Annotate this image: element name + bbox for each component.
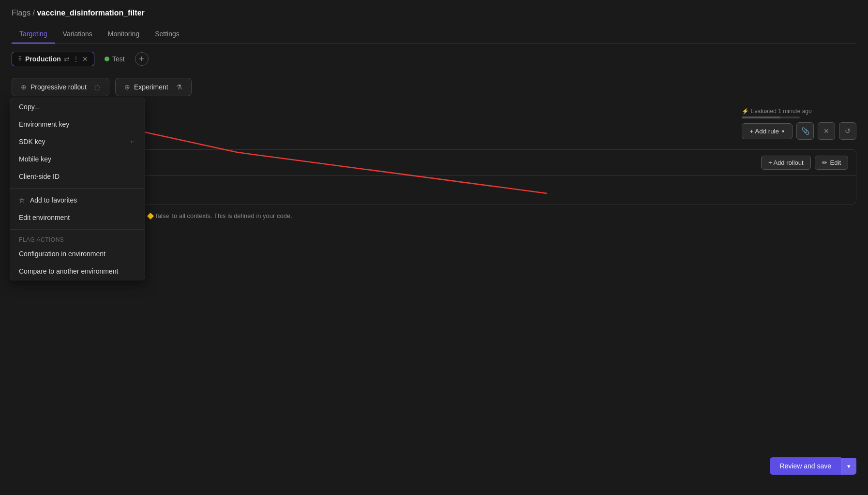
add-rule-label: + Add rule	[750, 128, 779, 135]
dropdown-item-edit-env[interactable]: Edit environment	[10, 209, 145, 226]
experiment-icon: ⊕	[124, 83, 130, 91]
environment-bar: ⠿ Production ⇄ ⋮ ✕ Test +	[0, 44, 868, 74]
dropdown-item-config-env[interactable]: Configuration in environment	[10, 245, 145, 262]
review-save-group: Review and save ▾	[770, 457, 856, 475]
dropdown-item-copy[interactable]: Copy...	[10, 98, 145, 116]
review-save-button[interactable]: Review and save	[770, 457, 841, 475]
x-icon: ✕	[823, 127, 829, 135]
rotate-icon: ⇄	[64, 55, 70, 63]
chevron-down-icon: ▾	[782, 129, 784, 134]
arrow-icon: ←	[129, 138, 136, 146]
rollout-spinner-icon: ◌	[94, 83, 100, 91]
dropdown-menu: Copy... Environment key SDK key ← Mobile…	[10, 98, 145, 280]
pulse-icon: ⚡	[742, 108, 749, 115]
diamond-yellow-icon	[147, 212, 154, 219]
dropdown-item-env-key[interactable]: Environment key	[10, 116, 145, 133]
env-tab-test[interactable]: Test	[98, 52, 131, 66]
add-environment-button[interactable]: +	[135, 52, 149, 66]
dropdown-item-mobile-key[interactable]: Mobile key	[10, 150, 145, 168]
env-close-icon[interactable]: ✕	[82, 55, 88, 63]
evaluated-progress-fill	[742, 116, 780, 118]
footer-actions: Review and save ▾	[770, 451, 856, 480]
experiment-button[interactable]: ⊕ Experiment ⚗	[115, 78, 192, 96]
dropdown-divider-2	[10, 229, 145, 230]
progressive-rollout-label: Progressive rollout	[30, 83, 87, 91]
evaluated-text: ⚡ Evaluated 1 minute ago	[742, 108, 856, 115]
more-icon[interactable]: ⋮	[73, 55, 79, 63]
sdk-key-label: SDK key	[19, 138, 45, 146]
header: Flags / vaccine_disinformation_filter Ta…	[0, 0, 868, 44]
clip-icon: 📎	[801, 127, 809, 135]
dropdown-item-add-favorites[interactable]: ☆ Add to favorites	[10, 191, 145, 209]
edit-icon: ✏	[822, 159, 827, 166]
tab-monitoring[interactable]: Monitoring	[100, 25, 147, 44]
dropdown-item-compare-env[interactable]: Compare to another environment	[10, 262, 145, 280]
tab-settings[interactable]: Settings	[147, 25, 187, 44]
tab-variations[interactable]: Variations	[55, 25, 100, 44]
env-tab-production[interactable]: ⠿ Production ⇄ ⋮ ✕	[12, 52, 94, 66]
flag-name: vaccine_disinformation_filter	[37, 9, 144, 17]
add-rule-button[interactable]: + Add rule ▾	[742, 123, 793, 139]
close-button[interactable]: ✕	[818, 122, 835, 140]
progressive-rollout-button[interactable]: ⊕ Progressive rollout ◌	[12, 78, 109, 96]
targeting-actions: + Add rule ▾ 📎 ✕ ↺	[742, 122, 856, 140]
test-dot-icon	[105, 57, 109, 61]
evaluated-label: Evaluated 1 minute ago	[751, 108, 812, 115]
flask-icon: ⚗	[176, 83, 182, 91]
tabs-container: Targeting Variations Monitoring Settings	[12, 25, 856, 44]
breadcrumb: Flags / vaccine_disinformation_filter	[12, 9, 856, 17]
edit-button[interactable]: ✏ Edit	[815, 156, 848, 170]
add-rollout-label: + Add rollout	[768, 159, 804, 166]
dropdown-section-flag-actions: Flag actions	[10, 233, 145, 245]
env-name-production: Production	[25, 55, 61, 63]
tab-targeting[interactable]: Targeting	[12, 25, 55, 44]
refresh-icon: ↺	[845, 127, 851, 135]
dropdown-item-client-id[interactable]: Client-side ID	[10, 168, 145, 185]
evaluated-container: ⚡ Evaluated 1 minute ago	[742, 108, 856, 118]
refresh-button[interactable]: ↺	[839, 122, 856, 140]
experiment-label: Experiment	[134, 83, 168, 91]
add-rollout-button[interactable]: + Add rollout	[761, 156, 811, 170]
dots-icon: ⠿	[18, 56, 22, 62]
rollout-icon: ⊕	[21, 83, 27, 91]
dropdown-item-sdk-key[interactable]: SDK key ←	[10, 133, 145, 150]
add-favorites-label: Add to favorites	[30, 196, 77, 204]
star-icon: ☆	[19, 196, 25, 204]
footer-value: false	[156, 212, 169, 219]
dropdown-divider-1	[10, 188, 145, 189]
evaluated-progress-bar	[742, 116, 800, 118]
footer-suffix: to all contexts. This is defined in your…	[172, 212, 292, 219]
breadcrumb-prefix: Flags /	[12, 9, 35, 17]
page: Flags / vaccine_disinformation_filter Ta…	[0, 0, 868, 495]
env-name-test: Test	[112, 55, 125, 63]
clip-button[interactable]: 📎	[796, 122, 814, 140]
default-rule-actions: + Add rollout ✏ Edit	[761, 156, 848, 170]
edit-label: Edit	[830, 159, 841, 166]
review-save-dropdown-button[interactable]: ▾	[841, 458, 856, 475]
